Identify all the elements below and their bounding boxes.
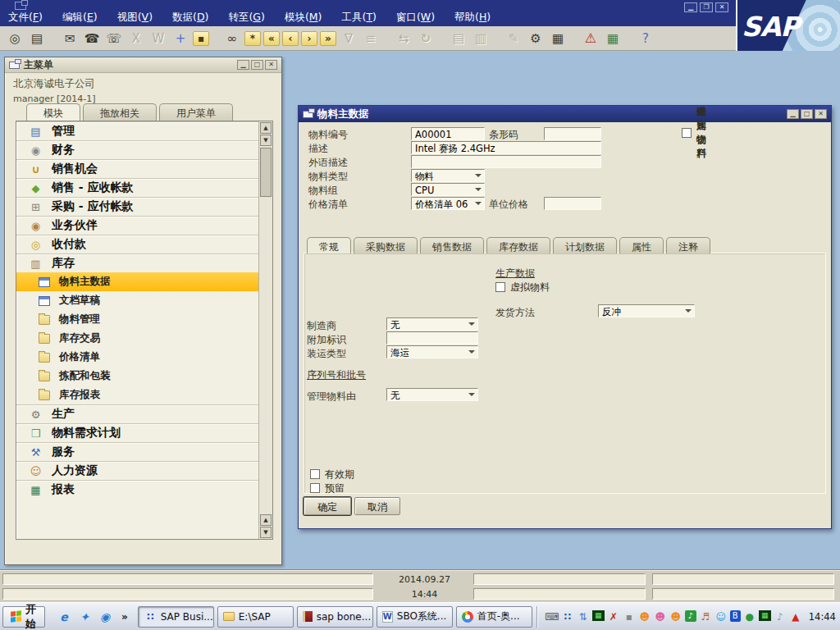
- xunlei-icon[interactable]: ☺: [714, 610, 728, 623]
- menu-item[interactable]: 财务: [16, 140, 258, 159]
- dialog-close-icon[interactable]: ✕: [815, 109, 827, 119]
- alert-tray-icon[interactable]: ▲: [789, 610, 802, 623]
- menu-item[interactable]: 库存报表: [16, 386, 258, 404]
- qq-icon-3[interactable]: ☻: [669, 610, 682, 623]
- barcode-field[interactable]: [544, 127, 601, 140]
- task-button[interactable]: sap bone...: [297, 606, 373, 628]
- network-error-icon[interactable]: ✗: [607, 610, 620, 623]
- dialog-tab[interactable]: 注释: [666, 237, 710, 253]
- tools-menu[interactable]: 工具(T): [341, 11, 376, 25]
- menu-item[interactable]: 价格清单: [16, 348, 258, 367]
- task-button[interactable]: E:\SAP: [217, 606, 294, 628]
- user-defined-values-icon[interactable]: ▦: [548, 30, 568, 48]
- restore-icon[interactable]: ❐: [700, 2, 713, 12]
- menu-item[interactable]: 服务: [16, 442, 258, 461]
- main-menu-title-bar[interactable]: 主菜单 ▁ □ ✕: [5, 57, 281, 73]
- ie-icon[interactable]: e: [57, 609, 71, 624]
- help-icon[interactable]: ?: [636, 30, 655, 48]
- shipping-type-dropdown[interactable]: 海运: [386, 345, 478, 358]
- menu-item[interactable]: 人力资源: [16, 461, 258, 480]
- menu-item[interactable]: 收付款: [16, 235, 258, 253]
- task-button[interactable]: 首页-奥...: [456, 606, 532, 628]
- dialog-title-bar[interactable]: 物料主数据 ▁ □ ✕: [299, 106, 831, 122]
- dialog-tab[interactable]: 销售数据: [420, 237, 484, 253]
- menu-item[interactable]: 库存: [16, 253, 258, 272]
- main-menu-tab[interactable]: 模块: [26, 103, 80, 121]
- export-word-icon[interactable]: W: [148, 30, 168, 48]
- quick-launch-overflow-chevron[interactable]: »: [120, 611, 130, 623]
- main-menu-tab[interactable]: 拖放相关: [83, 103, 157, 121]
- messenger-icon[interactable]: ✦: [77, 609, 92, 624]
- scroll-down-icon[interactable]: ▼: [260, 135, 272, 146]
- menu-item[interactable]: 业务伙伴: [16, 216, 258, 235]
- issue-method-dropdown[interactable]: 反冲: [598, 304, 695, 317]
- print-icon[interactable]: ▤: [27, 30, 47, 48]
- valid-checkbox[interactable]: [310, 469, 320, 479]
- sms-icon[interactable]: ☎: [82, 30, 102, 48]
- bluetooth-icon[interactable]: B: [730, 610, 741, 622]
- last-record-icon[interactable]: »: [320, 31, 336, 46]
- dialog-maximize-icon[interactable]: □: [801, 109, 813, 119]
- item-type-dropdown[interactable]: 物料: [411, 169, 485, 182]
- menu-scrollbar[interactable]: ▲ ▼ ▲ ▼: [258, 121, 272, 539]
- terminal2-icon[interactable]: ▦: [759, 610, 771, 621]
- frozen-checkbox[interactable]: [310, 483, 320, 493]
- view-menu[interactable]: 视图(V): [117, 11, 153, 25]
- phantom-item-checkbox-row[interactable]: 虚拟物料: [495, 281, 550, 293]
- menu-item[interactable]: 销售 - 应收帐款: [16, 178, 258, 197]
- calendar-icon[interactable]: ▦: [603, 30, 623, 48]
- display-icon[interactable]: ▪: [623, 610, 636, 623]
- goto-menu[interactable]: 转至(G): [228, 11, 264, 25]
- muted-speaker-icon[interactable]: ♪: [774, 610, 787, 623]
- dialog-tab[interactable]: 属性: [619, 237, 664, 253]
- file-menu[interactable]: 文件(F): [8, 11, 43, 25]
- menu-item[interactable]: 物料需求计划: [16, 423, 258, 442]
- export-excel-icon[interactable]: X: [126, 30, 146, 48]
- volume-icon[interactable]: ♬: [699, 610, 712, 623]
- qq-icon-2[interactable]: ☻: [654, 610, 667, 623]
- remote-desktop-icon[interactable]: ⇅: [577, 610, 590, 623]
- dialog-tab[interactable]: 计划数据: [553, 237, 617, 253]
- terminal-icon[interactable]: ▦: [592, 610, 605, 621]
- refresh-document-icon[interactable]: ↻: [416, 30, 436, 48]
- next-record-icon[interactable]: ›: [301, 31, 317, 46]
- keyboard-icon[interactable]: ⌨: [546, 610, 559, 623]
- task-button[interactable]: ∷ SAP Busi...: [138, 606, 214, 628]
- panel-minimize-icon[interactable]: ▁: [237, 60, 249, 70]
- panel-close-icon[interactable]: ✕: [265, 60, 277, 70]
- menu-item[interactable]: 拣配和包装: [16, 367, 258, 386]
- edit-pencil-icon[interactable]: ✎: [504, 30, 523, 48]
- menu-item[interactable]: 采购 - 应付帐款: [16, 197, 258, 216]
- menu-item[interactable]: 销售机会: [16, 159, 258, 178]
- alert-message-icon[interactable]: ⚠: [581, 30, 600, 48]
- scroll-up-bottom-icon[interactable]: ▲: [260, 514, 272, 526]
- lock-screen-icon[interactable]: ▪: [193, 31, 209, 46]
- unit-price-field[interactable]: [544, 197, 601, 210]
- security-icon[interactable]: ●: [743, 610, 756, 623]
- document-drawer-icon[interactable]: ▥: [471, 30, 491, 48]
- data-menu[interactable]: 数据(D): [172, 11, 208, 25]
- print-preview-icon[interactable]: ◎: [5, 30, 25, 48]
- scroll-down-bottom-icon[interactable]: ▼: [260, 527, 272, 538]
- checkbox[interactable]: [682, 128, 692, 138]
- link-documents-icon[interactable]: ⇆: [394, 30, 413, 48]
- sap-tray-icon[interactable]: ∷: [561, 610, 574, 623]
- add-record-icon[interactable]: *: [244, 31, 261, 46]
- form-settings-icon[interactable]: ⚙: [526, 30, 546, 48]
- item-no-field[interactable]: A00001: [411, 127, 485, 140]
- ok-button[interactable]: 确定: [304, 497, 351, 515]
- price-list-dropdown[interactable]: 价格清单 06: [411, 197, 485, 210]
- dialog-tab[interactable]: 采购数据: [354, 237, 418, 253]
- sort-icon[interactable]: ≡: [361, 30, 381, 48]
- main-menu-tab[interactable]: 用户菜单: [159, 103, 233, 121]
- filter-icon[interactable]: ∇: [339, 30, 358, 48]
- foreign-desc-field[interactable]: [411, 155, 601, 168]
- edit-menu[interactable]: 编辑(E): [62, 11, 98, 25]
- qq-icon-1[interactable]: ☻: [638, 610, 651, 623]
- first-record-icon[interactable]: «: [263, 31, 280, 46]
- phantom-item-checkbox[interactable]: [495, 282, 505, 292]
- frozen-checkbox-row[interactable]: 预留: [310, 482, 345, 494]
- dialog-tab[interactable]: 库存数据: [486, 237, 550, 253]
- checkbox-row[interactable]: 固定资产: [682, 127, 706, 139]
- menu-item[interactable]: 物料管理: [16, 310, 258, 329]
